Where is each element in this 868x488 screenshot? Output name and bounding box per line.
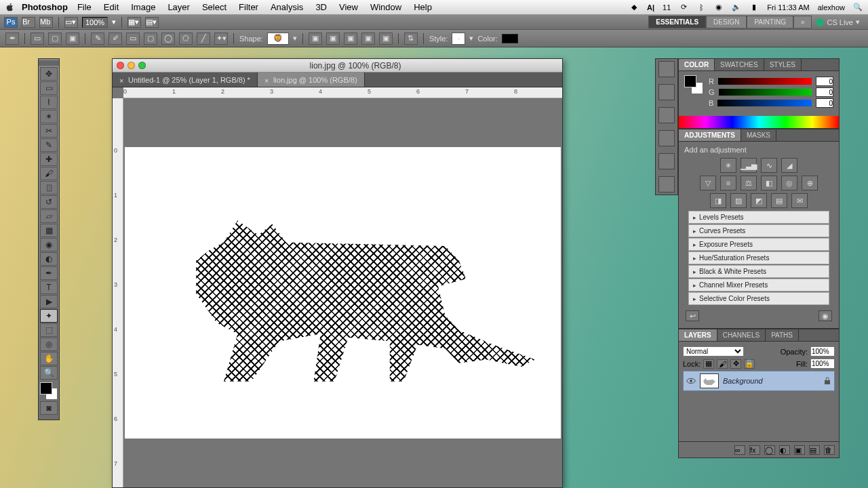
close-window-button[interactable]: [117, 62, 124, 69]
preset-levels[interactable]: Levels Presets: [688, 211, 829, 224]
rounded-rect-button[interactable]: ▢: [144, 33, 157, 45]
hand-tool[interactable]: ✋: [40, 352, 58, 365]
battery-icon[interactable]: ▮: [749, 3, 759, 12]
lock-all-button[interactable]: 🔒: [744, 359, 755, 369]
lasso-tool[interactable]: ⌇: [40, 96, 58, 109]
b-slider[interactable]: [717, 100, 812, 106]
channel-mixer-icon[interactable]: ⊕: [802, 176, 818, 190]
window-titlebar[interactable]: lion.jpg @ 100% (RGB/8): [113, 59, 562, 73]
layer-thumbnail[interactable]: [700, 373, 719, 388]
levels-icon[interactable]: ▁▃▅: [741, 158, 757, 173]
fg-bg-colors[interactable]: [40, 382, 58, 400]
blend-mode-select[interactable]: Normal: [683, 346, 744, 357]
toolbox-grip[interactable]: [39, 60, 59, 66]
ellipse-button[interactable]: ◯: [161, 33, 175, 45]
menu-select[interactable]: Select: [202, 2, 226, 12]
tab-swatches[interactable]: SWATCHES: [715, 59, 764, 70]
preset-channelmixer[interactable]: Channel Mixer Presets: [688, 279, 829, 291]
history-panel-icon[interactable]: [658, 84, 675, 100]
menu-filter[interactable]: Filter: [239, 2, 258, 12]
wifi-icon[interactable]: ◉: [714, 3, 724, 12]
b-input[interactable]: [816, 98, 833, 108]
tab-paths[interactable]: PATHS: [766, 329, 799, 341]
minimize-window-button[interactable]: [127, 62, 135, 69]
current-tool-icon[interactable]: ✒: [5, 33, 19, 45]
new-layer-button[interactable]: ▤: [809, 445, 820, 455]
preset-bw[interactable]: Black & White Presets: [688, 265, 829, 278]
user-name[interactable]: alexhow: [818, 3, 845, 12]
clock[interactable]: Fri 11:33 AM: [767, 3, 809, 12]
extras-button[interactable]: ▤▾: [145, 17, 159, 28]
spotlight-icon[interactable]: 🔍: [853, 3, 863, 12]
brush-tool[interactable]: 🖌: [40, 167, 58, 180]
volume-icon[interactable]: 🔈: [732, 3, 741, 12]
eyedropper-tool[interactable]: ✎: [40, 138, 58, 152]
menu-layer[interactable]: Layer: [167, 2, 190, 12]
crop-tool[interactable]: ✂: [40, 124, 58, 138]
sync-icon[interactable]: ⟳: [679, 3, 688, 12]
g-input[interactable]: [816, 87, 833, 97]
screen-mode-button[interactable]: ▭▾: [64, 17, 78, 28]
doc-tab-lion[interactable]: ×lion.jpg @ 100% (RGB/8): [258, 73, 365, 87]
invert-icon[interactable]: ◨: [710, 193, 726, 208]
pen-button[interactable]: ✎: [91, 33, 104, 45]
r-input[interactable]: [816, 77, 833, 86]
polygon-button[interactable]: ⬠: [179, 33, 193, 45]
adj-clip-icon[interactable]: ◉: [818, 310, 832, 321]
stamp-tool[interactable]: ⌹: [40, 181, 58, 195]
tab-layers[interactable]: LAYERS: [679, 329, 717, 341]
photo-filter-icon[interactable]: ◎: [781, 176, 797, 190]
delete-layer-button[interactable]: 🗑: [824, 445, 835, 455]
zoom-window-button[interactable]: [138, 62, 146, 69]
canvas[interactable]: [125, 147, 561, 439]
visibility-icon[interactable]: [686, 376, 696, 386]
canvas-area[interactable]: [123, 98, 562, 487]
mode-path-button[interactable]: ▢: [48, 33, 62, 45]
workspace-more[interactable]: »: [793, 16, 812, 28]
menu-edit[interactable]: Edit: [104, 2, 119, 12]
3d-camera-tool[interactable]: ◎: [40, 338, 58, 351]
zoom-dropdown-icon[interactable]: ▾: [112, 18, 116, 26]
rect-shape-button[interactable]: ▭: [126, 33, 140, 45]
posterize-icon[interactable]: ▨: [730, 193, 747, 208]
menu-image[interactable]: Image: [131, 2, 155, 12]
style-dropdown-icon[interactable]: ▾: [469, 34, 473, 43]
marquee-tool[interactable]: ▭: [40, 81, 58, 95]
brightness-contrast-icon[interactable]: ☀: [720, 158, 736, 173]
tab-color[interactable]: COLOR: [679, 59, 715, 70]
3d-tool[interactable]: ⬚: [40, 323, 58, 337]
menu-3d[interactable]: 3D: [315, 2, 327, 12]
freeform-pen-button[interactable]: ✐: [108, 33, 122, 45]
bridge-button[interactable]: Br: [22, 17, 35, 28]
align-button[interactable]: ⇅: [404, 33, 418, 45]
group-button[interactable]: ▣: [794, 445, 805, 455]
pen-tool[interactable]: ✒: [40, 266, 58, 280]
tab-styles[interactable]: STYLES: [764, 59, 802, 70]
menu-help[interactable]: Help: [414, 2, 432, 12]
move-tool[interactable]: ✥: [40, 67, 58, 81]
tab-channels[interactable]: CHANNELS: [717, 329, 766, 341]
bw-icon[interactable]: ◧: [761, 176, 777, 190]
actions-panel-icon[interactable]: [658, 107, 675, 123]
healing-tool[interactable]: ✚: [40, 152, 58, 166]
ps-logo-icon[interactable]: Ps: [4, 17, 18, 28]
exposure-icon[interactable]: ◢: [781, 158, 797, 173]
workspace-painting[interactable]: PAINTING: [747, 16, 793, 28]
bluetooth-icon[interactable]: ᛒ: [696, 3, 706, 12]
combine-subtract-button[interactable]: ▣: [344, 33, 357, 45]
preset-selectivecolor[interactable]: Selective Color Presets: [688, 292, 829, 305]
custom-shape-tool[interactable]: ✦: [40, 309, 58, 323]
workspace-design[interactable]: DESIGN: [706, 16, 747, 28]
preset-exposure[interactable]: Exposure Presets: [688, 238, 829, 251]
zoom-level[interactable]: 100%: [82, 17, 108, 28]
gradient-tool[interactable]: ▦: [40, 224, 58, 237]
properties-panel-icon[interactable]: [658, 130, 675, 146]
combine-intersect-button[interactable]: ▣: [361, 33, 375, 45]
adobe-updater-icon[interactable]: ◆: [629, 3, 639, 12]
color-spectrum[interactable]: [679, 116, 839, 128]
menu-window[interactable]: Window: [370, 2, 401, 12]
lock-position-button[interactable]: ✥: [730, 359, 741, 369]
ruler-vertical[interactable]: 0 1 2 3 4 5 6 7: [113, 98, 123, 487]
selective-color-icon[interactable]: ✉: [791, 193, 808, 208]
menu-analysis[interactable]: Analysis: [271, 2, 303, 12]
